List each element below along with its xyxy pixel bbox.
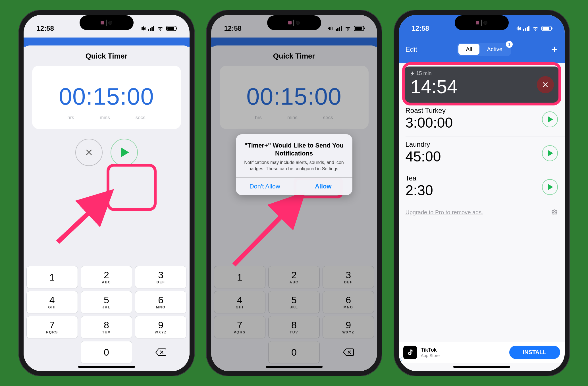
key-number: 7 <box>49 320 55 330</box>
running-timer-card[interactable]: 15 min 14:54 <box>404 67 560 103</box>
play-icon <box>121 148 129 157</box>
dialog-title: "Timer+" Would Like to Send You Notifica… <box>242 142 346 157</box>
key-number: 6 <box>158 295 163 305</box>
screen-quick-timer: 12:58 Quick Timer 00:15:00 hrs mins secs <box>24 15 190 371</box>
allow-button[interactable]: Allow <box>294 178 352 195</box>
tab-segmented-control[interactable]: All Active 1 <box>457 43 511 56</box>
tab-active[interactable]: Active <box>479 44 510 55</box>
key-number: 4 <box>49 295 55 305</box>
keypad-delete[interactable] <box>135 341 186 363</box>
install-button[interactable]: INSTALL <box>509 346 560 359</box>
number-keypad: 12ABC3DEF4GHI5JKL6MNO7PQRS8TUV9WXYZ0 <box>214 266 374 363</box>
keypad-key-7[interactable]: 7PQRS <box>26 316 78 338</box>
keypad-key-9[interactable]: 9WXYZ <box>135 316 186 338</box>
home-indicator[interactable] <box>78 366 135 368</box>
bolt-icon <box>411 71 415 76</box>
key-letters: MNO <box>156 305 166 309</box>
stop-running-button[interactable] <box>537 76 554 93</box>
start-timer-button[interactable] <box>542 145 558 161</box>
dynamic-island <box>455 15 509 30</box>
key-letters: ABC <box>289 280 298 284</box>
number-keypad: 12ABC3DEF4GHI5JKL6MNO7PQRS8TUV9WXYZ0 <box>26 266 187 363</box>
key-number: 6 <box>346 295 351 305</box>
key-letters: PQRS <box>46 330 58 334</box>
wifi-icon <box>157 25 164 32</box>
key-number: 0 <box>291 347 297 357</box>
play-icon <box>548 184 553 190</box>
unit-mins: mins <box>100 115 110 121</box>
keypad-key-7[interactable]: 7PQRS <box>214 316 265 338</box>
unit-labels: hrs mins secs <box>225 115 363 121</box>
signal-icon <box>148 26 154 31</box>
timer-name: Laundry <box>406 140 558 148</box>
timer-row[interactable]: Tea2:30 <box>406 170 565 204</box>
signal-icon <box>336 26 342 31</box>
keypad-key-8[interactable]: 8TUV <box>268 316 320 338</box>
timer-row[interactable]: Laundry45:00 <box>406 136 565 170</box>
wifi-icon <box>532 25 539 32</box>
edit-button[interactable]: Edit <box>406 45 417 53</box>
keypad-key-5[interactable]: 5JKL <box>268 291 320 313</box>
timer-display-card: 00:15:00 hrs mins secs <box>220 66 369 129</box>
home-indicator[interactable] <box>453 366 510 368</box>
keypad-key-4[interactable]: 4GHI <box>214 291 265 313</box>
timer-duration: 45:00 <box>406 148 558 165</box>
dont-allow-button[interactable]: Don't Allow <box>236 178 294 195</box>
keypad-delete[interactable] <box>323 341 374 363</box>
key-number: 1 <box>49 272 55 282</box>
key-number: 1 <box>237 272 242 282</box>
keypad-key-6[interactable]: 6MNO <box>323 291 374 313</box>
dynamic-island <box>80 15 134 30</box>
key-number: 9 <box>346 320 351 330</box>
keypad-key-0[interactable]: 0 <box>81 341 132 363</box>
timer-row[interactable]: Roast Turkey3:00:00 <box>399 103 565 136</box>
unit-mins: mins <box>287 115 298 121</box>
keypad-key-4[interactable]: 4GHI <box>26 291 78 313</box>
add-timer-button[interactable]: + <box>551 46 558 53</box>
keypad-key-5[interactable]: 5JKL <box>81 291 132 313</box>
keypad-key-1[interactable]: 1 <box>26 266 78 288</box>
audio-icon <box>516 26 521 30</box>
keypad-key-2[interactable]: 2ABC <box>268 266 320 288</box>
timer-list[interactable]: 15 min 14:54 Roast Turkey3:00:00Laundry4… <box>399 64 565 340</box>
keypad-key-6[interactable]: 6MNO <box>135 291 186 313</box>
timer-value: 00:15:00 <box>225 83 363 110</box>
play-icon <box>548 150 553 156</box>
ad-banner[interactable]: ▷✕ TikTok App Store INSTALL <box>399 342 565 363</box>
screen-timer-list: 12:58 Edit All Active 1 + <box>399 15 565 371</box>
backspace-icon <box>343 348 354 356</box>
gear-icon[interactable] <box>551 209 558 216</box>
home-indicator[interactable] <box>266 366 323 368</box>
key-letters: TUV <box>290 330 298 334</box>
close-icon <box>85 148 93 157</box>
key-letters: ABC <box>102 280 111 284</box>
key-number: 5 <box>104 295 109 305</box>
keypad-key-2[interactable]: 2ABC <box>81 266 132 288</box>
key-number: 2 <box>291 270 297 280</box>
sheet-title: Quick Timer <box>211 45 377 66</box>
start-timer-button[interactable] <box>542 179 558 195</box>
keypad-key-3[interactable]: 3DEF <box>323 266 374 288</box>
timer-display-card: 00:15:00 hrs mins secs <box>32 66 181 129</box>
key-letters: DEF <box>157 280 165 284</box>
upgrade-link[interactable]: Upgrade to Pro to remove ads. <box>406 209 483 216</box>
key-number: 4 <box>237 295 242 305</box>
svg-point-2 <box>554 211 555 213</box>
signal-icon <box>523 26 529 31</box>
keypad-key-3[interactable]: 3DEF <box>135 266 186 288</box>
battery-icon <box>166 26 176 31</box>
key-letters: GHI <box>236 305 243 309</box>
timer-duration: 3:00:00 <box>406 115 558 131</box>
keypad-key-8[interactable]: 8TUV <box>81 316 132 338</box>
cancel-button[interactable] <box>75 139 103 166</box>
keypad-key-9[interactable]: 9WXYZ <box>323 316 374 338</box>
unit-hrs: hrs <box>67 115 74 121</box>
tab-all[interactable]: All <box>458 44 479 55</box>
quick-timer-sheet: Quick Timer 00:15:00 hrs mins secs 12ABC… <box>24 45 190 371</box>
keypad-key-0[interactable]: 0 <box>268 341 320 363</box>
key-letters: JKL <box>290 305 298 309</box>
start-button[interactable] <box>111 139 138 166</box>
timer-value: 00:15:00 <box>38 83 175 110</box>
start-timer-button[interactable] <box>542 111 558 127</box>
keypad-key-1[interactable]: 1 <box>214 266 265 288</box>
